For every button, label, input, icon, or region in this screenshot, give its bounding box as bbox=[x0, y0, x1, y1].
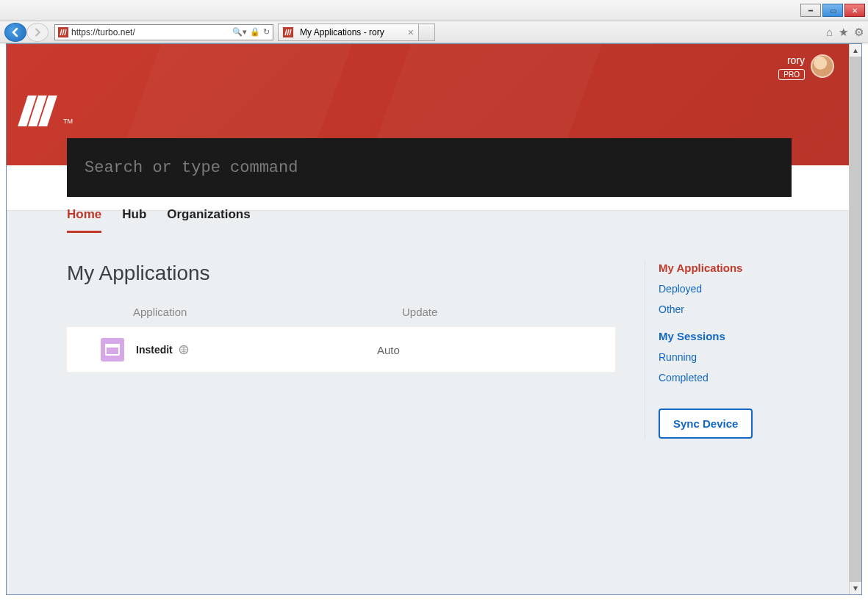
arrow-right-icon bbox=[32, 27, 43, 37]
column-header-application: Application bbox=[133, 306, 402, 318]
site-logo[interactable]: TM bbox=[23, 96, 73, 126]
scroll-thumb[interactable] bbox=[850, 57, 861, 582]
scroll-down-arrow-icon[interactable]: ▼ bbox=[850, 582, 861, 594]
address-controls: 🔍▾ 🔒 ↻ bbox=[232, 27, 270, 37]
site-favicon bbox=[58, 27, 68, 37]
application-update-mode: Auto bbox=[377, 344, 600, 356]
user-plan-badge: PRO bbox=[778, 69, 805, 80]
refresh-icon[interactable]: ↻ bbox=[263, 27, 270, 37]
tab-favicon bbox=[283, 27, 293, 37]
new-tab-button[interactable] bbox=[419, 24, 435, 41]
page-title: My Applications bbox=[67, 262, 615, 285]
vertical-scrollbar[interactable]: ▲ ▼ bbox=[849, 44, 861, 594]
sidebar-link-completed[interactable]: Completed bbox=[659, 372, 792, 384]
address-bar[interactable]: https://turbo.net/ 🔍▾ 🔒 ↻ bbox=[54, 24, 273, 40]
arrow-left-icon bbox=[10, 26, 21, 38]
window-close-button[interactable]: ✕ bbox=[844, 4, 865, 17]
sidebar-heading-sessions[interactable]: My Sessions bbox=[659, 330, 792, 342]
window-maximize-button[interactable]: ▭ bbox=[822, 4, 843, 17]
search-input[interactable] bbox=[85, 159, 774, 177]
application-icon bbox=[101, 338, 124, 361]
nav-tab-organizations[interactable]: Organizations bbox=[167, 207, 250, 233]
window-titlebar: ━ ▭ ✕ bbox=[0, 0, 868, 21]
nav-forward-button[interactable] bbox=[26, 23, 49, 42]
primary-nav: Home Hub Organizations bbox=[67, 207, 251, 233]
address-url: https://turbo.net/ bbox=[71, 27, 232, 37]
sidebar: My Applications Deployed Other My Sessio… bbox=[645, 262, 792, 439]
favorites-icon[interactable]: ★ bbox=[839, 26, 848, 39]
browser-tabs: My Applications - rory × bbox=[278, 24, 435, 41]
tab-title: My Applications - rory bbox=[300, 27, 384, 37]
tab-close-button[interactable]: × bbox=[408, 26, 414, 38]
sync-device-button[interactable]: Sync Device bbox=[659, 409, 753, 439]
logo-trademark: TM bbox=[63, 118, 73, 125]
column-header-update: Update bbox=[402, 306, 615, 318]
application-name: Instedit bbox=[136, 344, 173, 356]
home-icon[interactable]: ⌂ bbox=[826, 26, 833, 39]
window-minimize-button[interactable]: ━ bbox=[800, 4, 821, 17]
page-content: TM rory PRO Home Hub Organizations My Ap… bbox=[7, 44, 849, 594]
sidebar-heading-applications[interactable]: My Applications bbox=[659, 262, 792, 274]
user-name: rory bbox=[778, 54, 805, 66]
user-menu[interactable]: rory PRO bbox=[778, 54, 834, 80]
command-search-bar bbox=[67, 138, 792, 197]
globe-icon bbox=[179, 345, 189, 355]
application-row[interactable]: Instedit Auto bbox=[67, 327, 615, 373]
nav-tab-hub[interactable]: Hub bbox=[122, 207, 146, 233]
browser-viewport: TM rory PRO Home Hub Organizations My Ap… bbox=[6, 43, 862, 595]
main-column: My Applications Application Update Inste… bbox=[67, 262, 615, 439]
nav-tab-home[interactable]: Home bbox=[67, 207, 101, 233]
sidebar-link-deployed[interactable]: Deployed bbox=[659, 283, 792, 295]
sidebar-link-other[interactable]: Other bbox=[659, 303, 792, 315]
settings-gear-icon[interactable]: ⚙ bbox=[854, 26, 864, 39]
scroll-up-arrow-icon[interactable]: ▲ bbox=[850, 44, 861, 57]
table-header: Application Update bbox=[67, 306, 615, 327]
browser-toolbar: https://turbo.net/ 🔍▾ 🔒 ↻ My Application… bbox=[0, 21, 868, 43]
logo-mark-icon bbox=[23, 96, 58, 126]
lock-icon: 🔒 bbox=[250, 27, 260, 37]
user-avatar[interactable] bbox=[811, 54, 834, 78]
browser-right-controls: ⌂ ★ ⚙ bbox=[826, 26, 864, 39]
browser-tab-active[interactable]: My Applications - rory × bbox=[278, 24, 419, 41]
nav-back-button[interactable] bbox=[4, 23, 26, 42]
search-dropdown-icon[interactable]: 🔍▾ bbox=[232, 27, 247, 37]
content-area: My Applications Application Update Inste… bbox=[67, 262, 792, 439]
sidebar-link-running[interactable]: Running bbox=[659, 351, 792, 363]
